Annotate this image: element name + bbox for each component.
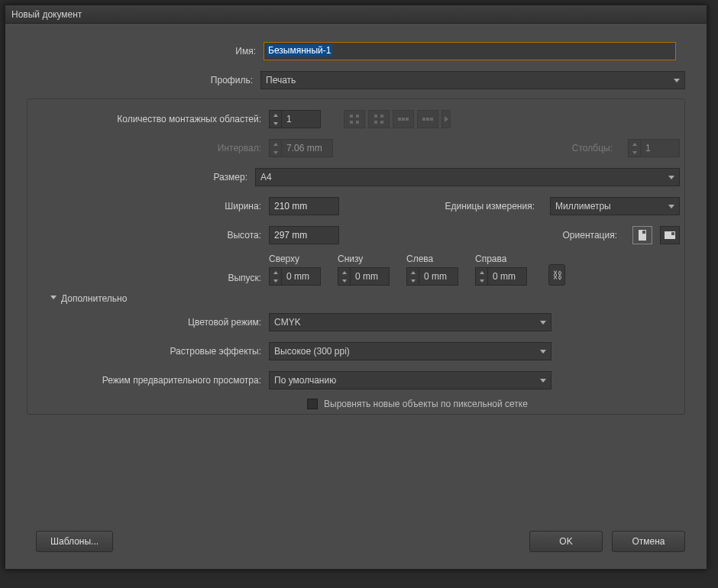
units-value: Миллиметры	[555, 201, 611, 212]
artboard-layout-icons	[344, 110, 451, 128]
dialog-content: Имя: Безымянный-1 Профиль: Печать	[5, 24, 707, 519]
bleed-right-label: Справа	[475, 254, 506, 264]
bleed-top-spinner[interactable]	[269, 267, 321, 286]
bleed-left-spinner[interactable]	[406, 267, 458, 286]
bleed-top-label: Сверху	[269, 254, 299, 264]
layout-grid-col-icon[interactable]	[368, 110, 390, 128]
preview-label: Режим предварительного просмотра:	[32, 375, 269, 386]
units-label: Единицы измерения:	[445, 201, 542, 212]
bleed-label: Выпуск:	[32, 273, 269, 286]
stepper-up-icon[interactable]	[476, 268, 487, 276]
stepper-down-icon[interactable]	[270, 276, 281, 285]
stepper-up-icon	[629, 140, 640, 148]
stepper-up-icon[interactable]	[338, 268, 350, 276]
height-input[interactable]	[269, 226, 339, 244]
orientation-landscape-button[interactable]	[660, 226, 680, 244]
name-label: Имя:	[27, 46, 264, 57]
color-mode-value: CMYK	[274, 317, 301, 328]
bleed-top-value[interactable]	[282, 268, 320, 285]
raster-label: Растровые эффекты:	[32, 346, 269, 357]
bleed-right-spinner[interactable]	[475, 267, 527, 286]
portrait-icon	[639, 230, 646, 241]
profile-value: Печать	[266, 75, 296, 86]
width-input[interactable]	[269, 197, 339, 215]
columns-value	[641, 140, 679, 157]
height-label: Высота:	[32, 230, 269, 241]
stepper-down-icon[interactable]	[338, 276, 350, 285]
disclosure-triangle-icon	[50, 296, 57, 302]
artboards-spinner[interactable]	[269, 110, 321, 128]
chevron-down-icon	[540, 350, 546, 354]
bleed-link-button[interactable]: ⛓	[548, 264, 565, 286]
spacing-spinner	[269, 139, 333, 157]
chevron-down-icon	[668, 205, 674, 208]
layout-direction-icon[interactable]	[441, 110, 451, 128]
chevron-down-icon	[540, 379, 546, 383]
raster-value: Высокое (300 ppi)	[274, 346, 350, 357]
bleed-bottom-spinner[interactable]	[338, 267, 390, 286]
bleed-bottom-label: Снизу	[338, 254, 363, 264]
bleed-left-label: Слева	[406, 254, 433, 264]
settings-group: Количество монтажных областей:	[27, 99, 685, 415]
link-icon: ⛓	[552, 270, 562, 281]
raster-dropdown[interactable]: Высокое (300 ppi)	[269, 342, 551, 360]
advanced-label: Дополнительно	[61, 293, 127, 304]
color-mode-label: Цветовой режим:	[32, 317, 269, 328]
stepper-down-icon[interactable]	[476, 276, 487, 285]
layout-row-rtl-icon[interactable]	[417, 110, 438, 128]
columns-spinner	[628, 139, 680, 157]
chevron-down-icon	[540, 321, 546, 325]
ok-button[interactable]: OK	[529, 531, 603, 552]
spacing-value	[282, 140, 332, 157]
units-dropdown[interactable]: Миллиметры	[550, 197, 680, 215]
stepper-up-icon[interactable]	[407, 268, 419, 276]
size-label: Размер:	[32, 172, 255, 183]
bleed-bottom-value[interactable]	[351, 268, 389, 285]
stepper-down-icon	[629, 148, 640, 157]
width-label: Ширина:	[32, 201, 269, 212]
size-value: A4	[260, 172, 272, 183]
spacing-label: Интервал:	[32, 143, 269, 153]
preview-dropdown[interactable]: По умолчанию	[269, 371, 551, 389]
stepper-up-icon[interactable]	[270, 111, 281, 119]
name-input[interactable]	[264, 42, 676, 60]
window-title: Новый документ	[11, 9, 82, 20]
columns-label: Столбцы:	[572, 143, 620, 153]
titlebar[interactable]: Новый документ	[5, 5, 707, 24]
layout-row-ltr-icon[interactable]	[393, 110, 414, 128]
stepper-down-icon[interactable]	[407, 276, 419, 285]
stepper-up-icon[interactable]	[270, 268, 281, 276]
profile-label: Профиль:	[27, 75, 260, 86]
layout-grid-row-icon[interactable]	[344, 110, 365, 128]
new-document-dialog: Новый документ Имя: Безымянный-1 Профиль…	[5, 5, 707, 570]
templates-button[interactable]: Шаблоны...	[36, 531, 113, 552]
orientation-portrait-button[interactable]	[632, 226, 652, 244]
stepper-up-icon	[270, 140, 281, 148]
profile-dropdown[interactable]: Печать	[260, 71, 685, 89]
color-mode-dropdown[interactable]: CMYK	[269, 313, 551, 331]
orientation-label: Ориентация:	[563, 230, 625, 241]
bleed-right-value[interactable]	[488, 268, 526, 285]
dialog-footer: Шаблоны... OK Отмена	[5, 519, 707, 569]
bleed-left-value[interactable]	[419, 268, 458, 285]
stepper-down-icon[interactable]	[270, 119, 281, 128]
cancel-button[interactable]: Отмена	[612, 531, 685, 552]
align-pixel-label: Выровнять новые объекты по пиксельной се…	[324, 399, 528, 409]
stepper-down-icon	[270, 148, 281, 157]
artboards-value[interactable]	[282, 111, 320, 128]
size-dropdown[interactable]: A4	[255, 168, 680, 186]
landscape-icon	[665, 231, 675, 239]
artboards-label: Количество монтажных областей:	[32, 114, 269, 124]
advanced-disclosure[interactable]: Дополнительно	[50, 293, 680, 304]
chevron-down-icon	[674, 79, 680, 82]
preview-value: По умолчанию	[274, 375, 336, 386]
align-pixel-checkbox[interactable]	[307, 399, 318, 409]
chevron-down-icon	[668, 176, 674, 179]
